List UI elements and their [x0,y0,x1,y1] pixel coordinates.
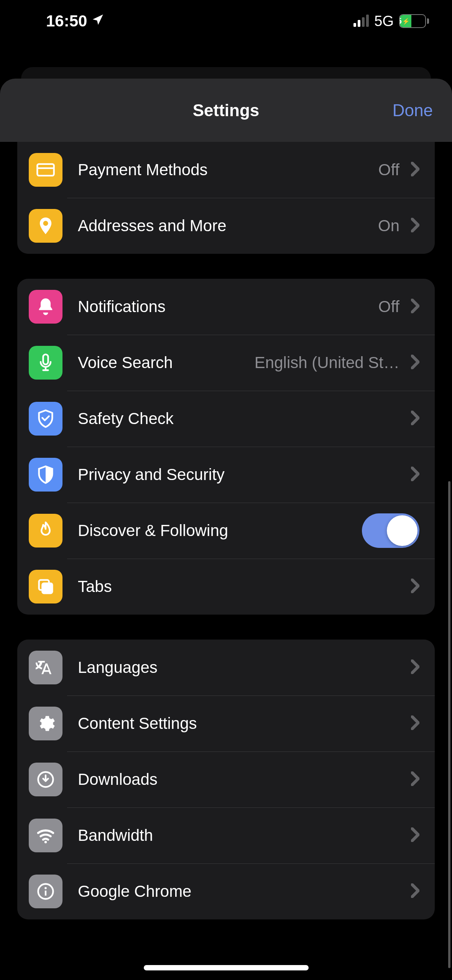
card-icon [29,153,62,187]
done-button[interactable]: Done [393,101,433,120]
row-label: Downloads [78,770,158,789]
row-value: Off [378,161,399,179]
row-label: Google Chrome [78,882,191,901]
row-label: Content Settings [78,714,197,733]
charging-icon: ⚡ [402,18,410,25]
bell-icon [29,290,62,324]
location-icon [92,12,105,30]
page-title: Settings [193,101,260,120]
svg-rect-8 [45,891,46,896]
settings-group-advanced: LanguagesContent SettingsDownloadsBandwi… [17,640,435,919]
status-bar: 16:50 5G 45⚡ [0,0,452,42]
download-icon [29,763,62,796]
row-label: Tabs [78,577,112,596]
pin-icon [29,209,62,243]
settings-row-about[interactable]: Google Chrome [17,863,435,919]
status-right: 5G 45⚡ [353,13,429,30]
network-type: 5G [374,13,394,30]
settings-row-tabs[interactable]: Tabs [17,559,435,615]
row-value: English (United St… [255,354,399,372]
row-label: Voice Search [78,354,173,372]
status-time: 16:50 [46,12,87,30]
settings-row-voice-search[interactable]: Voice SearchEnglish (United St… [17,335,435,391]
translate-icon [29,651,62,684]
settings-row-bandwidth[interactable]: Bandwidth [17,807,435,863]
shield-icon [29,458,62,492]
row-value: On [378,217,399,235]
svg-rect-3 [42,583,52,593]
row-label: Languages [78,658,158,677]
row-value: Off [378,298,399,316]
settings-content[interactable]: Payment MethodsOffAddresses and MoreOnNo… [0,142,452,975]
mic-icon [29,346,62,380]
chevron-right-icon [411,771,419,788]
settings-row-languages[interactable]: Languages [17,640,435,696]
chevron-right-icon [411,579,419,595]
toggle-discover[interactable] [362,513,419,548]
chevron-right-icon [411,162,419,178]
svg-rect-0 [37,164,54,176]
gear-icon [29,707,62,740]
chevron-right-icon [411,659,419,676]
svg-point-7 [44,887,47,890]
chevron-right-icon [411,299,419,315]
row-label: Bandwidth [78,826,153,845]
toggle-knob [387,515,417,546]
row-label: Addresses and More [78,217,227,235]
settings-group-features: NotificationsOffVoice SearchEnglish (Uni… [17,279,435,615]
status-left: 16:50 [46,12,105,30]
scroll-indicator[interactable] [448,481,450,968]
info-icon [29,875,62,908]
row-label: Notifications [78,298,166,316]
row-label: Payment Methods [78,161,208,179]
row-label: Discover & Following [78,521,228,540]
settings-row-content-settings[interactable]: Content Settings [17,696,435,751]
nav-bar: Settings Done [0,79,452,142]
svg-point-5 [44,841,47,844]
chevron-right-icon [411,467,419,483]
settings-row-addresses[interactable]: Addresses and MoreOn [17,198,435,254]
settings-group-autofill: Payment MethodsOffAddresses and MoreOn [17,142,435,254]
chevron-right-icon [411,827,419,844]
tabs-icon [29,570,62,603]
chevron-right-icon [411,355,419,371]
cellular-signal-icon [353,15,369,27]
chevron-right-icon [411,715,419,732]
row-label: Safety Check [78,409,174,428]
home-indicator[interactable] [144,965,309,970]
row-label: Privacy and Security [78,465,225,484]
chevron-right-icon [411,218,419,234]
settings-row-safety-check[interactable]: Safety Check [17,391,435,447]
flame-icon [29,514,62,548]
settings-row-privacy[interactable]: Privacy and Security [17,447,435,503]
settings-row-notifications[interactable]: NotificationsOff [17,279,435,335]
chevron-right-icon [411,411,419,427]
settings-row-discover[interactable]: Discover & Following [17,503,435,559]
battery-icon: 45⚡ [399,14,429,28]
wifi-icon [29,819,62,852]
shield-check-icon [29,402,62,436]
settings-row-payment-methods[interactable]: Payment MethodsOff [17,142,435,198]
settings-sheet: Settings Done Payment MethodsOffAddresse… [0,79,452,980]
settings-row-downloads[interactable]: Downloads [17,751,435,807]
chevron-right-icon [411,883,419,899]
